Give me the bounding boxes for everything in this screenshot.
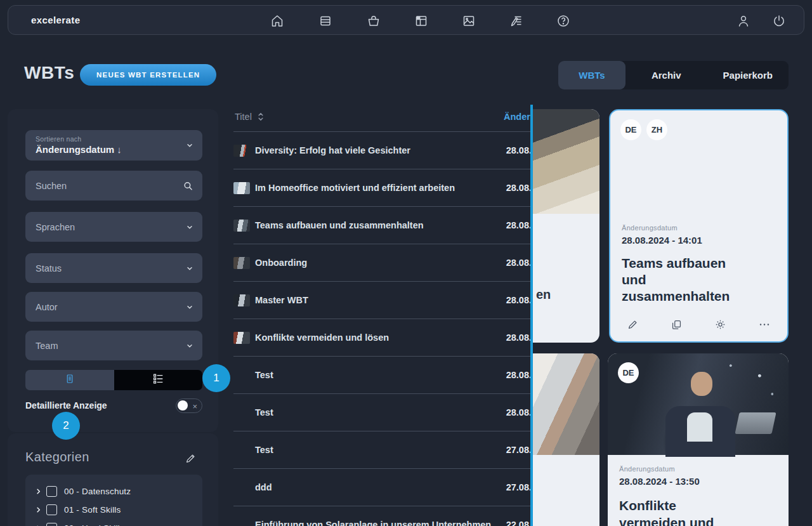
row-thumbnail xyxy=(233,220,250,232)
layout-template-icon[interactable] xyxy=(414,13,429,29)
wbt-card-konflikte[interactable]: DE Änderungsdatum 28.08.2024 - 13:50 Kon… xyxy=(608,353,789,526)
column-date-header[interactable]: Änderu xyxy=(504,112,532,122)
list-header: Titel Änderu xyxy=(233,105,532,132)
categories-tree: 00 - Datenschutz 01 - Soft Skills 02 - H… xyxy=(25,475,202,526)
sort-direction-arrow: ↓ xyxy=(117,144,122,155)
card-title-fragment: en xyxy=(536,287,599,302)
view-tabs: WBTs Archiv Papierkorb xyxy=(558,61,789,89)
logout-power-icon[interactable] xyxy=(771,13,787,29)
list-row[interactable]: Test 27.08. xyxy=(233,431,532,469)
partial-card-bottom[interactable] xyxy=(533,353,599,526)
tab-wbts[interactable]: WBTs xyxy=(558,61,625,89)
sort-dropdown[interactable]: Sortieren nach Änderungsdatum ↓ xyxy=(25,130,202,161)
category-checkbox[interactable] xyxy=(46,523,57,526)
chevron-down-icon xyxy=(186,141,193,149)
more-options-ellipsis-icon[interactable] xyxy=(758,319,771,331)
search-placeholder: Suchen xyxy=(36,181,67,191)
list-row[interactable]: Test 28.08. xyxy=(233,394,532,431)
home-icon[interactable] xyxy=(270,13,285,29)
expand-chevron-icon[interactable] xyxy=(35,488,46,495)
filter-sidebar: Sortieren nach Änderungsdatum ↓ Suchen S… xyxy=(8,109,218,432)
detailed-view-label: Detaillierte Anzeige xyxy=(25,400,107,411)
chevron-down-icon xyxy=(186,342,193,350)
annotation-badge-1: 1 xyxy=(202,364,230,392)
tab-archiv[interactable]: Archiv xyxy=(625,61,707,89)
card-date-label: Änderungsdatum xyxy=(622,224,776,232)
language-badge-de: DE xyxy=(620,119,641,140)
row-thumbnail xyxy=(233,182,250,194)
annotation-badge-2: 2 xyxy=(52,412,80,440)
row-thumbnail xyxy=(233,257,250,269)
list-view-icon xyxy=(151,372,165,388)
modules-box-icon[interactable] xyxy=(318,13,333,29)
categories-title: Kategorien xyxy=(25,450,89,464)
list-row[interactable]: Im Homeoffice motiviert und effizient ar… xyxy=(233,169,532,207)
column-title-header[interactable]: Titel xyxy=(235,112,252,122)
media-image-icon[interactable] xyxy=(461,13,476,29)
help-icon[interactable] xyxy=(556,13,571,29)
split-divider xyxy=(530,105,533,526)
filter-team-dropdown[interactable]: Team xyxy=(25,331,202,360)
list-row[interactable]: Teams aufbauen und zusammenhalten 28.08. xyxy=(233,207,532,244)
row-thumbnail xyxy=(233,332,250,344)
list-row[interactable]: Onboarding 28.08. xyxy=(233,244,532,282)
card-image xyxy=(533,353,599,455)
detailed-view-toggle[interactable]: × xyxy=(176,398,202,413)
card-date: 28.08.2024 - 14:01 xyxy=(622,235,776,246)
categories-panel: Kategorien 00 - Datenschutz 01 - Soft Sk… xyxy=(8,433,218,526)
category-item-soft-skills[interactable]: 01 - Soft Skills xyxy=(25,501,202,519)
page-title: WBTs xyxy=(24,63,74,83)
wbt-list: Titel Änderu Diversity: Erfolg hat viele… xyxy=(233,105,532,526)
expand-chevron-icon[interactable] xyxy=(35,506,46,513)
filter-autor-dropdown[interactable]: Autor xyxy=(25,292,202,322)
row-thumbnail xyxy=(233,145,250,157)
card-view-toggle[interactable] xyxy=(25,370,114,390)
filter-status-dropdown[interactable]: Status xyxy=(25,253,202,283)
sort-label: Sortieren nach xyxy=(36,135,82,143)
wbt-card-teams[interactable]: DE ZH Änderungsdatum 28.08.2024 - 14:01 … xyxy=(609,109,789,343)
category-item-hard-skills[interactable]: 02 - Hard Skills xyxy=(25,519,202,526)
toggle-knob xyxy=(178,400,188,411)
list-row[interactable]: Test 28.08. xyxy=(233,357,532,394)
settings-gear-icon[interactable] xyxy=(714,319,726,331)
sort-toggle-icon[interactable] xyxy=(256,112,265,122)
card-date-label: Änderungsdatum xyxy=(619,465,777,473)
chevron-down-icon xyxy=(186,223,193,231)
card-image xyxy=(533,109,599,214)
search-input[interactable]: Suchen xyxy=(25,171,202,201)
partial-card-top[interactable]: en xyxy=(533,109,599,343)
chevron-down-icon xyxy=(186,265,193,272)
tab-papierkorb[interactable]: Papierkorb xyxy=(707,61,789,89)
toggle-off-x-icon: × xyxy=(192,402,197,410)
card-actions xyxy=(610,315,787,334)
card-date: 28.08.2024 - 13:50 xyxy=(619,476,777,487)
notes-edit-icon[interactable] xyxy=(509,13,524,29)
card-view-icon xyxy=(64,373,75,387)
list-view-toggle[interactable] xyxy=(114,370,203,390)
app-logo: excelerate xyxy=(31,15,80,25)
filter-sprachen-dropdown[interactable]: Sprachen xyxy=(25,212,202,242)
list-row[interactable]: Diversity: Erfolg hat viele Gesichter 28… xyxy=(233,132,532,169)
search-icon xyxy=(183,180,193,191)
list-row[interactable]: Konflikte vermeiden und lösen 28.08. xyxy=(233,319,532,357)
chevron-down-icon xyxy=(186,303,193,311)
row-thumbnail xyxy=(233,294,250,306)
edit-categories-pencil-icon[interactable] xyxy=(185,452,197,467)
user-profile-icon[interactable] xyxy=(736,13,751,29)
card-image: DE xyxy=(608,353,789,455)
category-item-datenschutz[interactable]: 00 - Datenschutz xyxy=(25,482,202,501)
duplicate-copy-icon[interactable] xyxy=(671,319,683,331)
edit-pencil-icon[interactable] xyxy=(627,319,639,331)
list-row[interactable]: Master WBT 28.08. xyxy=(233,282,532,319)
shop-basket-icon[interactable] xyxy=(366,13,381,29)
list-row[interactable]: ddd 27.08. xyxy=(233,469,532,506)
category-checkbox[interactable] xyxy=(46,504,57,515)
category-checkbox[interactable] xyxy=(46,486,57,497)
app-screen: excelerate WBTs NEUES WBT ERSTELLEN xyxy=(0,0,812,526)
list-row[interactable]: Einführung von Solaranlage in unserem Un… xyxy=(233,506,532,526)
card-title: Konflikte vermeiden und xyxy=(619,497,730,526)
language-badge-zh: ZH xyxy=(646,119,667,140)
language-badge-de: DE xyxy=(618,362,639,383)
create-wbt-button[interactable]: NEUES WBT ERSTELLEN xyxy=(80,64,216,86)
view-mode-switch xyxy=(25,370,202,390)
